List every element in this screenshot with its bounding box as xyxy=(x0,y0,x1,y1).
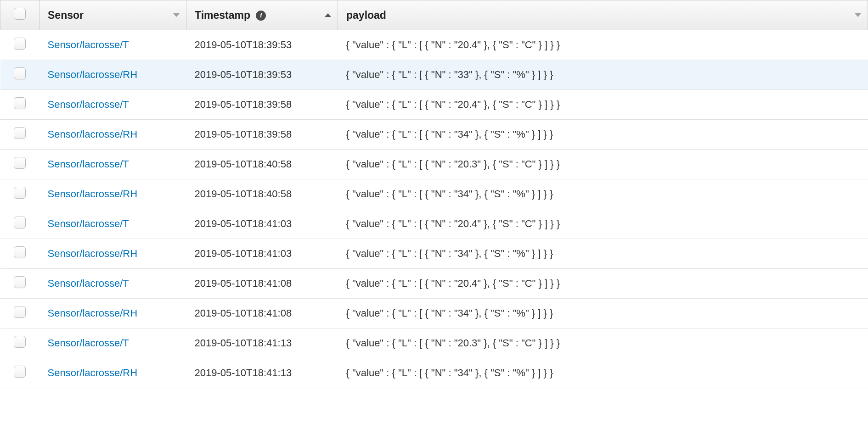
timestamp-cell: 2019-05-10T18:41:13 xyxy=(186,328,338,358)
row-select-cell xyxy=(0,90,39,120)
payload-cell: { "value" : { "L" : [ { "N" : "20.4" }, … xyxy=(338,209,868,239)
table-row[interactable]: Sensor/lacrosse/RH2019-05-10T18:39:58{ "… xyxy=(0,120,868,150)
table-row[interactable]: Sensor/lacrosse/T2019-05-10T18:41:08{ "v… xyxy=(0,269,868,299)
payload-cell: { "value" : { "L" : [ { "N" : "20.3" }, … xyxy=(338,328,868,358)
payload-cell: { "value" : { "L" : [ { "N" : "34" }, { … xyxy=(338,358,868,388)
svg-marker-2 xyxy=(855,13,861,17)
row-select-cell xyxy=(0,358,39,388)
sensor-cell: Sensor/lacrosse/RH xyxy=(39,239,186,269)
row-select-cell xyxy=(0,299,39,328)
column-header-select[interactable] xyxy=(0,0,39,30)
payload-cell: { "value" : { "L" : [ { "N" : "33" }, { … xyxy=(338,60,868,90)
sensor-link[interactable]: Sensor/lacrosse/T xyxy=(48,158,129,170)
table-row[interactable]: Sensor/lacrosse/RH2019-05-10T18:41:03{ "… xyxy=(0,239,868,269)
row-select-cell xyxy=(0,60,39,90)
column-header-sensor[interactable]: Sensor xyxy=(39,0,186,30)
info-icon[interactable]: i xyxy=(256,11,266,21)
table-row[interactable]: Sensor/lacrosse/T2019-05-10T18:41:13{ "v… xyxy=(0,328,868,358)
row-select-cell xyxy=(0,150,39,179)
row-checkbox[interactable] xyxy=(14,306,26,318)
timestamp-cell: 2019-05-10T18:41:03 xyxy=(186,239,338,269)
column-label: Timestamp xyxy=(195,9,250,21)
table-row[interactable]: Sensor/lacrosse/RH2019-05-10T18:41:08{ "… xyxy=(0,299,868,328)
row-select-cell xyxy=(0,179,39,209)
timestamp-cell: 2019-05-10T18:41:08 xyxy=(186,269,338,299)
sensor-link[interactable]: Sensor/lacrosse/RH xyxy=(48,307,138,319)
sensor-link[interactable]: Sensor/lacrosse/T xyxy=(48,218,129,229)
payload-cell: { "value" : { "L" : [ { "N" : "20.4" }, … xyxy=(338,30,868,60)
timestamp-cell: 2019-05-10T18:41:13 xyxy=(186,358,338,388)
sort-asc-icon xyxy=(325,13,331,17)
sensor-data-table: Sensor Timestamp i payload Sensor/lacros… xyxy=(0,0,868,388)
row-select-cell xyxy=(0,269,39,299)
timestamp-cell: 2019-05-10T18:41:08 xyxy=(186,299,338,328)
sort-indicator-icon xyxy=(855,13,861,17)
sensor-cell: Sensor/lacrosse/T xyxy=(39,269,186,299)
sensor-link[interactable]: Sensor/lacrosse/RH xyxy=(48,128,138,140)
sensor-cell: Sensor/lacrosse/RH xyxy=(39,358,186,388)
sensor-link[interactable]: Sensor/lacrosse/T xyxy=(48,278,129,289)
row-checkbox[interactable] xyxy=(14,127,26,139)
table-row[interactable]: Sensor/lacrosse/T2019-05-10T18:40:58{ "v… xyxy=(0,150,868,179)
row-checkbox[interactable] xyxy=(14,217,26,228)
payload-cell: { "value" : { "L" : [ { "N" : "34" }, { … xyxy=(338,239,868,269)
sensor-link[interactable]: Sensor/lacrosse/RH xyxy=(48,69,138,80)
timestamp-cell: 2019-05-10T18:39:58 xyxy=(186,90,338,120)
timestamp-cell: 2019-05-10T18:40:58 xyxy=(186,179,338,209)
timestamp-cell: 2019-05-10T18:39:53 xyxy=(186,60,338,90)
row-checkbox[interactable] xyxy=(14,187,26,199)
timestamp-cell: 2019-05-10T18:41:03 xyxy=(186,209,338,239)
payload-cell: { "value" : { "L" : [ { "N" : "34" }, { … xyxy=(338,179,868,209)
select-all-checkbox[interactable] xyxy=(14,8,26,20)
sensor-cell: Sensor/lacrosse/T xyxy=(39,209,186,239)
row-checkbox[interactable] xyxy=(14,336,26,348)
table-row[interactable]: Sensor/lacrosse/RH2019-05-10T18:40:58{ "… xyxy=(0,179,868,209)
payload-cell: { "value" : { "L" : [ { "N" : "34" }, { … xyxy=(338,120,868,150)
column-label: Sensor xyxy=(48,9,84,21)
row-checkbox[interactable] xyxy=(14,246,26,258)
table-row[interactable]: Sensor/lacrosse/RH2019-05-10T18:39:53{ "… xyxy=(0,60,868,90)
row-select-cell xyxy=(0,209,39,239)
sensor-link[interactable]: Sensor/lacrosse/T xyxy=(48,337,129,349)
row-checkbox[interactable] xyxy=(14,38,26,50)
column-header-payload[interactable]: payload xyxy=(338,0,868,30)
sensor-link[interactable]: Sensor/lacrosse/RH xyxy=(48,367,138,378)
payload-cell: { "value" : { "L" : [ { "N" : "20.3" }, … xyxy=(338,150,868,179)
table-row[interactable]: Sensor/lacrosse/T2019-05-10T18:39:53{ "v… xyxy=(0,30,868,60)
payload-cell: { "value" : { "L" : [ { "N" : "20.4" }, … xyxy=(338,269,868,299)
payload-cell: { "value" : { "L" : [ { "N" : "34" }, { … xyxy=(338,299,868,328)
row-select-cell xyxy=(0,239,39,269)
table-body: Sensor/lacrosse/T2019-05-10T18:39:53{ "v… xyxy=(0,30,868,388)
sensor-cell: Sensor/lacrosse/RH xyxy=(39,60,186,90)
table-row[interactable]: Sensor/lacrosse/RH2019-05-10T18:41:13{ "… xyxy=(0,358,868,388)
row-checkbox[interactable] xyxy=(14,67,26,79)
sensor-link[interactable]: Sensor/lacrosse/T xyxy=(48,99,129,110)
sensor-cell: Sensor/lacrosse/T xyxy=(39,328,186,358)
timestamp-cell: 2019-05-10T18:39:58 xyxy=(186,120,338,150)
column-header-timestamp[interactable]: Timestamp i xyxy=(186,0,338,30)
timestamp-cell: 2019-05-10T18:40:58 xyxy=(186,150,338,179)
sensor-cell: Sensor/lacrosse/RH xyxy=(39,179,186,209)
payload-cell: { "value" : { "L" : [ { "N" : "20.4" }, … xyxy=(338,90,868,120)
row-checkbox[interactable] xyxy=(14,366,26,378)
sort-indicator-icon xyxy=(173,13,180,17)
svg-marker-1 xyxy=(325,13,331,17)
sensor-cell: Sensor/lacrosse/T xyxy=(39,150,186,179)
sensor-link[interactable]: Sensor/lacrosse/RH xyxy=(48,248,138,259)
row-checkbox[interactable] xyxy=(14,97,26,109)
row-select-cell xyxy=(0,120,39,150)
svg-marker-0 xyxy=(173,13,180,17)
row-select-cell xyxy=(0,328,39,358)
row-checkbox[interactable] xyxy=(14,157,26,169)
sensor-cell: Sensor/lacrosse/RH xyxy=(39,120,186,150)
sensor-link[interactable]: Sensor/lacrosse/RH xyxy=(48,188,138,200)
column-label: payload xyxy=(346,9,386,21)
timestamp-cell: 2019-05-10T18:39:53 xyxy=(186,30,338,60)
sensor-cell: Sensor/lacrosse/T xyxy=(39,30,186,60)
row-checkbox[interactable] xyxy=(14,276,26,288)
sensor-link[interactable]: Sensor/lacrosse/T xyxy=(48,39,129,50)
table-row[interactable]: Sensor/lacrosse/T2019-05-10T18:39:58{ "v… xyxy=(0,90,868,120)
table-row[interactable]: Sensor/lacrosse/T2019-05-10T18:41:03{ "v… xyxy=(0,209,868,239)
sensor-cell: Sensor/lacrosse/T xyxy=(39,90,186,120)
row-select-cell xyxy=(0,30,39,60)
